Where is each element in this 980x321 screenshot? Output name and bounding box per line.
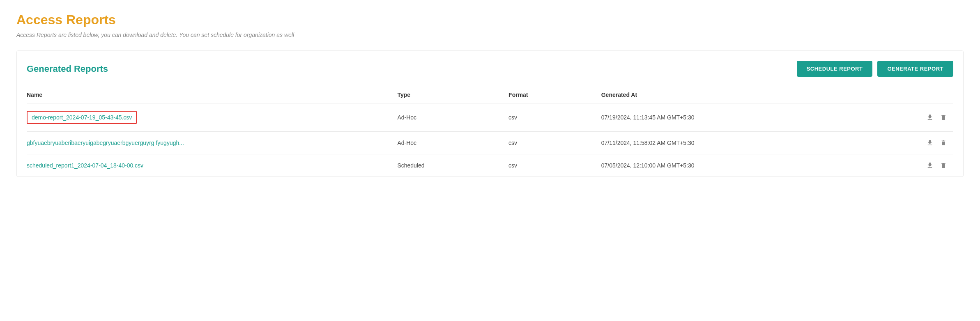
report-actions [860,132,953,154]
action-icons-group [860,114,947,121]
col-header-format: Format [508,87,601,103]
report-format: csv [508,103,601,132]
section-header: Generated Reports SCHEDULE REPORT GENERA… [27,61,953,77]
header-buttons: SCHEDULE REPORT GENERATE REPORT [797,61,953,77]
action-icons-group [860,162,947,169]
col-header-name: Name [27,87,397,103]
col-header-generated-at: Generated At [601,87,861,103]
report-actions [860,154,953,177]
download-icon[interactable] [926,139,934,147]
table-row: scheduled_report1_2024-07-04_18-40-00.cs… [27,154,953,177]
page-container: Access Reports Access Reports are listed… [0,0,980,321]
report-name-link[interactable]: demo-report_2024-07-19_05-43-45.csv [27,111,137,124]
report-format: csv [508,132,601,154]
report-name-link[interactable]: scheduled_report1_2024-07-04_18-40-00.cs… [27,162,143,169]
report-generated-at: 07/05/2024, 12:10:00 AM GMT+5:30 [601,154,861,177]
report-generated-at: 07/11/2024, 11:58:02 AM GMT+5:30 [601,132,861,154]
report-format: csv [508,154,601,177]
report-generated-at: 07/19/2024, 11:13:45 AM GMT+5:30 [601,103,861,132]
report-type: Ad-Hoc [397,132,508,154]
action-icons-group [860,139,947,147]
delete-icon[interactable] [940,139,947,147]
report-type: Scheduled [397,154,508,177]
table-row: gbfyuaebryuaberibaeryuigabegryuaerbgyuer… [27,132,953,154]
page-subtitle: Access Reports are listed below, you can… [16,32,964,38]
reports-table: Name Type Format Generated At demo-repor… [27,87,953,177]
delete-icon[interactable] [940,162,947,169]
reports-section: Generated Reports SCHEDULE REPORT GENERA… [16,50,964,177]
table-row: demo-report_2024-07-19_05-43-45.csvAd-Ho… [27,103,953,132]
schedule-report-button[interactable]: SCHEDULE REPORT [797,61,873,77]
table-header-row: Name Type Format Generated At [27,87,953,103]
report-name-link[interactable]: gbfyuaebryuaberibaeryuigabegryuaerbgyuer… [27,140,184,146]
download-icon[interactable] [926,162,934,169]
generate-report-button[interactable]: GENERATE REPORT [877,61,953,77]
delete-icon[interactable] [940,114,947,121]
report-actions [860,103,953,132]
page-title: Access Reports [16,12,964,28]
download-icon[interactable] [926,114,934,121]
section-title: Generated Reports [27,64,108,74]
col-header-actions [860,87,953,103]
col-header-type: Type [397,87,508,103]
report-type: Ad-Hoc [397,103,508,132]
